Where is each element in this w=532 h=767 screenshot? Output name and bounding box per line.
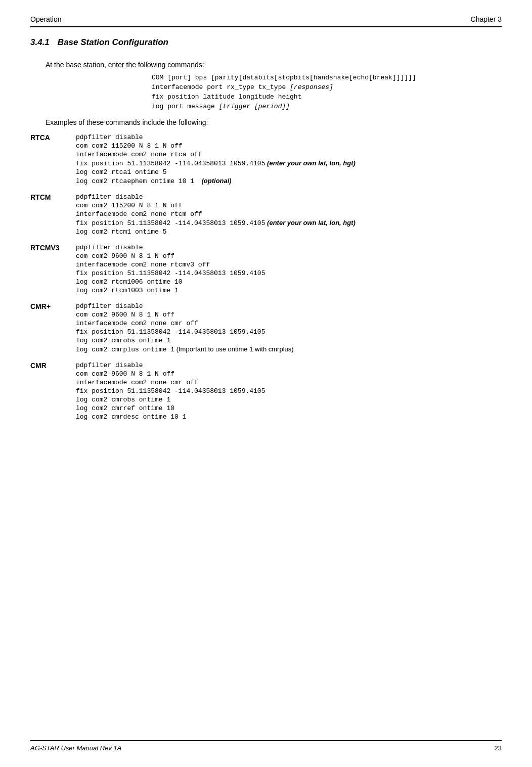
command-line-4-5: log com2 cmrref ontime 10 (76, 404, 265, 412)
command-line-1-0: pdpfilter disable (76, 193, 356, 201)
intro-commands: COM [port] bps [parity[databits[stopbits… (91, 74, 502, 110)
command-group-rtcmv3: RTCMV3pdpfilter disablecom com2 9600 N 8… (30, 244, 502, 294)
command-line-2-5: log com2 rtcm1003 ontime 1 (76, 287, 265, 294)
section-number: 3.4.1 (30, 37, 50, 48)
command-label-cmr: CMR (30, 362, 76, 421)
command-lines-cmr: pdpfilter disablecom com2 9600 N 8 1 N o… (76, 362, 265, 421)
command-label-cmr+: CMR+ (30, 302, 76, 353)
command-line-0-3: fix position 51.11358042 -114.04358013 1… (76, 159, 356, 167)
command-label-rtcm: RTCM (30, 193, 76, 236)
command-line-4-1: com com2 9600 N 8 1 N off (76, 370, 265, 378)
command-line-3-2: interfacemode com2 none cmr off (76, 320, 294, 327)
intro-command-3: fix position latitude longitude height (152, 93, 502, 101)
header-right: Chapter 3 (471, 15, 502, 23)
command-line-0-5: log com2 rtcaephem ontime 10 1 (optional… (76, 177, 356, 185)
command-line-3-1: com com2 9600 N 8 1 N off (76, 311, 294, 319)
command-line-4-6: log com2 cmrdesc ontime 10 1 (76, 413, 265, 421)
command-label-rtca: RTCA (30, 133, 76, 185)
command-line-1-2: interfacemode com2 none rtcm off (76, 210, 356, 218)
command-lines-cmr+: pdpfilter disablecom com2 9600 N 8 1 N o… (76, 302, 294, 353)
command-groups: RTCApdpfilter disablecom com2 115200 N 8… (30, 133, 502, 421)
command-line-3-3: fix position 51.11358042 -114.04358013 1… (76, 328, 294, 336)
command-line-0-2: interfacemode com2 none rtca off (76, 151, 356, 158)
command-line-3-0: pdpfilter disable (76, 302, 294, 310)
command-line-0-1: com com2 115200 N 8 1 N off (76, 142, 356, 150)
examples-text: Examples of these commands include the f… (46, 118, 502, 126)
intro-command-2: interfacemode port rx_type tx_type [resp… (152, 83, 502, 91)
intro-text: At the base station, enter the following… (46, 61, 502, 69)
command-line-3-5: log com2 cmrplus ontime 1 (Important to … (76, 345, 294, 353)
command-line-2-0: pdpfilter disable (76, 244, 265, 251)
intro-command-4: log port message [trigger [period]] (152, 103, 502, 110)
command-lines-rtcmv3: pdpfilter disablecom com2 9600 N 8 1 N o… (76, 244, 265, 294)
command-lines-rtcm: pdpfilter disablecom com2 115200 N 8 1 N… (76, 193, 356, 236)
intro-command-1: COM [port] bps [parity[databits[stopbits… (152, 74, 502, 81)
section-title: Base Station Configuration (58, 37, 168, 48)
command-line-2-1: com com2 9600 N 8 1 N off (76, 252, 265, 260)
command-line-2-3: fix position 51.11358042 -114.04358013 1… (76, 269, 265, 277)
footer-left: AG-STAR User Manual Rev 1A (30, 744, 121, 752)
command-group-rtcm: RTCMpdpfilter disablecom com2 115200 N 8… (30, 193, 502, 236)
command-line-4-0: pdpfilter disable (76, 362, 265, 369)
command-group-cmr: CMRpdpfilter disablecom com2 9600 N 8 1 … (30, 362, 502, 421)
command-line-0-4: log com2 rtca1 ontime 5 (76, 168, 356, 176)
command-lines-rtca: pdpfilter disablecom com2 115200 N 8 1 N… (76, 133, 356, 185)
page-header: Operation Chapter 3 (30, 15, 502, 27)
command-line-1-3: fix position 51.11358042 -114.04358013 1… (76, 219, 356, 227)
command-line-2-4: log com2 rtcm1006 ontime 10 (76, 278, 265, 286)
command-line-0-0: pdpfilter disable (76, 133, 356, 141)
command-line-2-2: interfacemode com2 none rtcmv3 off (76, 261, 265, 268)
command-line-4-4: log com2 cmrobs ontime 1 (76, 396, 265, 403)
command-label-rtcmv3: RTCMV3 (30, 244, 76, 294)
header-left: Operation (30, 15, 61, 23)
command-line-1-1: com com2 115200 N 8 1 N off (76, 202, 356, 209)
command-group-cmr+: CMR+pdpfilter disablecom com2 9600 N 8 1… (30, 302, 502, 353)
command-group-rtca: RTCApdpfilter disablecom com2 115200 N 8… (30, 133, 502, 185)
command-line-4-3: fix position 51.11358042 -114.04358013 1… (76, 387, 265, 395)
page-footer: AG-STAR User Manual Rev 1A 23 (30, 740, 502, 752)
command-line-3-4: log com2 cmrobs ontime 1 (76, 337, 294, 344)
command-line-4-2: interfacemode com2 none cmr off (76, 379, 265, 386)
footer-right: 23 (495, 744, 502, 752)
command-line-1-4: log com2 rtcm1 ontime 5 (76, 228, 356, 236)
